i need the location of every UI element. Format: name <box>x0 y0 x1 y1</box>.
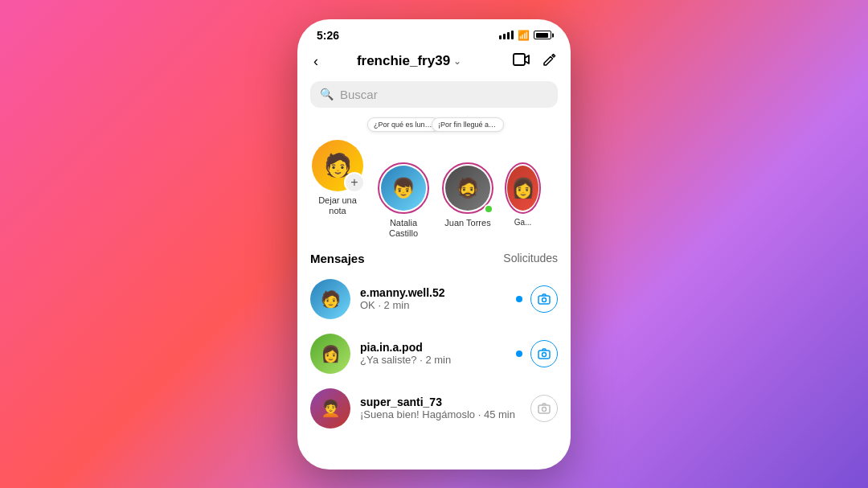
messages-section: Mensajes Solicitudes 🧑 e.manny.well.52 O… <box>297 248 571 470</box>
msg-avatar-pia: 👩 <box>310 334 350 374</box>
msg-content-emanny: e.manny.well.52 OK · 2 min <box>360 286 506 311</box>
story-item-partial[interactable]: ¿No... 👩 Ga... <box>505 140 541 239</box>
note-bubble-juan: ¡Por fin llegué a Nueva York! ❤️ <box>432 117 504 132</box>
story-label-natalia: Natalia Castillo <box>376 218 431 239</box>
solicitudes-button[interactable]: Solicitudes <box>503 252 558 265</box>
message-row-emanny[interactable]: 🧑 e.manny.well.52 OK · 2 min <box>297 272 571 326</box>
add-note-button[interactable]: + <box>344 172 365 193</box>
msg-avatar-santi: 🧑‍🦱 <box>310 388 350 429</box>
msg-actions-santi <box>530 395 558 422</box>
search-icon: 🔍 <box>320 88 334 100</box>
story-item-natalia[interactable]: ¿Por qué es lunes mañana? 😏 👦 Natalia Ca… <box>376 140 431 239</box>
story-avatar-wrap-partial: 👩 <box>505 162 541 214</box>
svg-rect-1 <box>538 296 550 304</box>
username-text: frenchie_fry39 <box>357 53 450 69</box>
search-bar[interactable]: 🔍 Buscar <box>310 81 558 108</box>
header-icons <box>513 51 558 72</box>
status-icons: 📶 <box>499 30 551 41</box>
header: ‹ frenchie_fry39 ⌄ <box>297 47 571 78</box>
phone-shell: 5:26 📶 ‹ frenchie_fry39 ⌄ <box>297 19 571 470</box>
camera-button-emanny[interactable] <box>530 285 558 313</box>
msg-username-santi: super_santi_73 <box>360 396 521 408</box>
unread-dot-pia <box>516 351 522 357</box>
msg-username-pia: pia.in.a.pod <box>360 341 506 354</box>
story-avatar-wrap-juan: 🧔 <box>442 162 493 214</box>
svg-point-2 <box>542 297 547 301</box>
story-avatar-wrap-note: 🧑 + <box>312 140 363 191</box>
story-avatar-partial: 👩 <box>505 162 541 214</box>
msg-actions-pia <box>516 340 558 367</box>
story-label-juan: Juan Torres <box>444 218 490 228</box>
story-item-juan[interactable]: ¡Por fin llegué a Nueva York! ❤️ 🧔 Juan … <box>442 140 493 239</box>
online-dot-juan <box>484 204 493 214</box>
msg-preview-emanny: OK · 2 min <box>360 299 506 311</box>
msg-content-santi: super_santi_73 ¡Suena bien! Hagámoslo · … <box>360 396 521 420</box>
msg-content-pia: pia.in.a.pod ¿Ya saliste? · 2 min <box>360 341 506 366</box>
stories-scroll-container: 🧑 + Dejar una nota ¿Por qué es lunes mañ… <box>297 116 571 248</box>
username-row: frenchie_fry39 ⌄ <box>312 53 506 69</box>
note-bubble-natalia: ¿Por qué es lunes mañana? 😏 <box>367 117 440 132</box>
messages-title: Mensajes <box>310 252 365 265</box>
unread-dot-emanny <box>516 296 522 302</box>
story-label-note: Dejar una nota <box>310 195 365 216</box>
status-bar: 5:26 📶 <box>297 19 571 47</box>
svg-rect-5 <box>538 405 550 413</box>
messages-header: Mensajes Solicitudes <box>297 248 571 272</box>
battery-icon <box>534 31 551 39</box>
search-bar-container: 🔍 Buscar <box>297 78 571 116</box>
signal-icon <box>499 31 514 39</box>
msg-preview-pia: ¿Ya saliste? · 2 min <box>360 354 506 366</box>
compose-icon[interactable] <box>542 51 558 72</box>
message-list: 🧑 e.manny.well.52 OK · 2 min <box>297 272 571 436</box>
camera-button-santi[interactable] <box>530 395 558 422</box>
svg-rect-0 <box>514 54 525 65</box>
msg-avatar-emanny: 🧑 <box>310 279 350 319</box>
message-row-pia[interactable]: 👩 pia.in.a.pod ¿Ya saliste? · 2 min <box>297 326 571 381</box>
story-avatar-natalia: 👦 <box>378 162 429 214</box>
svg-rect-3 <box>538 351 550 359</box>
chevron-down-icon[interactable]: ⌄ <box>453 55 461 67</box>
story-avatar-wrap-natalia: 👦 <box>378 162 429 214</box>
svg-point-4 <box>542 352 547 356</box>
camera-button-pia[interactable] <box>530 340 558 367</box>
message-row-santi[interactable]: 🧑‍🦱 super_santi_73 ¡Suena bien! Hagámosl… <box>297 381 571 436</box>
status-time: 5:26 <box>317 29 339 42</box>
msg-preview-santi: ¡Suena bien! Hagámoslo · 45 min <box>360 408 521 420</box>
search-placeholder: Buscar <box>340 88 378 101</box>
svg-point-6 <box>542 407 547 411</box>
wifi-icon: 📶 <box>518 30 530 41</box>
story-item-note[interactable]: 🧑 + Dejar una nota <box>310 140 365 239</box>
msg-username-emanny: e.manny.well.52 <box>360 286 506 299</box>
story-label-partial: Ga... <box>514 218 532 228</box>
video-icon[interactable] <box>513 52 530 71</box>
msg-actions-emanny <box>516 285 558 313</box>
